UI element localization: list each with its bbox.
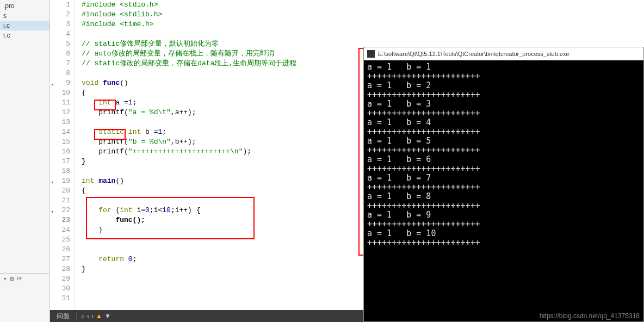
line-number: 29 xyxy=(50,274,70,284)
console-output: a = 1 b = 1+++++++++++++++++++++++a = 1 … xyxy=(364,60,643,250)
line-number: 30 xyxy=(50,284,70,294)
line-number: 4 xyxy=(50,29,70,39)
console-title: E:\software\Qt\Qt5.12.1\Tools\QtCreator\… xyxy=(378,51,569,57)
line-number: 26 xyxy=(50,245,70,255)
line-number: 8 xyxy=(50,69,70,78)
line-number: 22▾ xyxy=(50,206,70,215)
line-number: 14 xyxy=(50,127,70,137)
sidebar-item-file[interactable]: .pro xyxy=(0,1,49,11)
console-line: +++++++++++++++++++++++ xyxy=(367,183,640,192)
dropdown-icon[interactable]: ▾ xyxy=(3,275,7,282)
line-number: 16 xyxy=(50,147,70,157)
line-number: 23 xyxy=(50,215,70,225)
sidebar-item-file[interactable]: i.c xyxy=(0,21,49,30)
console-line: +++++++++++++++++++++++ xyxy=(367,90,640,100)
console-line: +++++++++++++++++++++++ xyxy=(367,201,640,210)
console-line: +++++++++++++++++++++++ xyxy=(367,72,640,81)
line-number: 11 xyxy=(50,98,70,108)
search-icon[interactable]: ⌕ xyxy=(81,312,85,320)
line-number-gutter: 123456789▾10111213141516171819▾202122▾23… xyxy=(50,0,75,322)
console-line: a = 1 b = 6 xyxy=(367,155,640,164)
console-line: a = 1 b = 10 xyxy=(367,229,640,238)
fold-icon[interactable]: ▾ xyxy=(49,80,54,85)
line-number: 12 xyxy=(50,108,70,117)
sidebar-toolbar: ▾ ⊞ ⟳ xyxy=(0,273,50,284)
line-number: 17 xyxy=(50,157,70,166)
console-titlebar[interactable]: E:\software\Qt\Qt5.12.1\Tools\QtCreator\… xyxy=(364,47,643,60)
console-app-icon xyxy=(367,50,375,58)
console-line: a = 1 b = 7 xyxy=(367,174,640,183)
line-number: 9▾ xyxy=(50,78,70,88)
warning-icon[interactable]: ▲ xyxy=(96,312,102,320)
line-number: 1 xyxy=(50,0,70,10)
prev-icon[interactable]: ‹ xyxy=(87,312,89,320)
console-line: +++++++++++++++++++++++ xyxy=(367,238,640,247)
code-line[interactable]: #include <stdlib.h> xyxy=(82,10,644,20)
line-number: 5 xyxy=(50,39,70,49)
code-line[interactable]: #include <stdio.h> xyxy=(82,0,644,10)
sync-icon[interactable]: ⟳ xyxy=(17,275,22,282)
console-line: +++++++++++++++++++++++ xyxy=(367,146,640,155)
console-line: a = 1 b = 4 xyxy=(367,118,640,127)
line-number: 27 xyxy=(50,255,70,264)
line-number: 20 xyxy=(50,186,70,196)
sidebar-item-file[interactable]: r.c xyxy=(0,30,49,40)
line-number: 24 xyxy=(50,225,70,235)
console-window: E:\software\Qt\Qt5.12.1\Tools\QtCreator\… xyxy=(363,47,644,322)
line-number: 3 xyxy=(50,20,70,29)
line-number: 10 xyxy=(50,88,70,98)
console-line: a = 1 b = 3 xyxy=(367,100,640,109)
console-line: a = 1 b = 1 xyxy=(367,63,640,72)
watermark: https://blog.csdn.net/qq_41375318 xyxy=(540,312,640,320)
line-number: 21 xyxy=(50,196,70,206)
console-line: a = 1 b = 5 xyxy=(367,137,640,146)
console-line: a = 1 b = 2 xyxy=(367,81,640,90)
filter-icon[interactable]: ▼ xyxy=(104,312,111,320)
line-number: 15 xyxy=(50,137,70,147)
problems-tab[interactable]: 问题 xyxy=(50,312,77,321)
console-line: a = 1 b = 8 xyxy=(367,192,640,201)
line-number: 28 xyxy=(50,264,70,274)
file-sidebar: .prosi.cr.c ▾ ⊞ ⟳ xyxy=(0,0,50,322)
line-number: 2 xyxy=(50,10,70,20)
console-line: +++++++++++++++++++++++ xyxy=(367,220,640,229)
line-number: 31 xyxy=(50,294,70,304)
line-number: 18 xyxy=(50,166,70,176)
next-icon[interactable]: › xyxy=(91,312,94,320)
fold-icon[interactable]: ▾ xyxy=(49,207,54,212)
console-line: +++++++++++++++++++++++ xyxy=(367,109,640,118)
console-line: +++++++++++++++++++++++ xyxy=(367,127,640,137)
console-line: +++++++++++++++++++++++ xyxy=(367,164,640,174)
line-number: 25 xyxy=(50,235,70,245)
line-number: 19▾ xyxy=(50,176,70,186)
sidebar-item-file[interactable]: s xyxy=(0,11,49,21)
code-line[interactable]: #include <time.h> xyxy=(82,20,644,29)
fold-icon[interactable]: ▾ xyxy=(49,178,54,183)
console-line: a = 1 b = 9 xyxy=(367,210,640,220)
line-number: 7 xyxy=(50,59,70,69)
code-line[interactable] xyxy=(82,29,644,39)
split-icon[interactable]: ⊞ xyxy=(10,275,14,282)
line-number: 6 xyxy=(50,49,70,59)
line-number: 13 xyxy=(50,117,70,127)
